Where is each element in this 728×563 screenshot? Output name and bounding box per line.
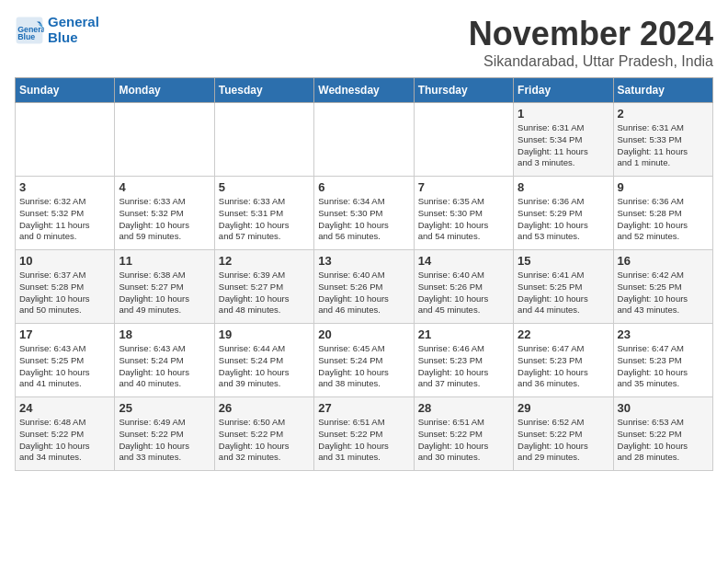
page-header: General Blue General Blue November 2024 … xyxy=(15,15,713,70)
day-info: Sunrise: 6:46 AM Sunset: 5:23 PM Dayligh… xyxy=(418,343,509,390)
day-info: Sunrise: 6:38 AM Sunset: 5:27 PM Dayligh… xyxy=(119,270,210,316)
calendar-cell-1-4: 7Sunrise: 6:35 AM Sunset: 5:30 PM Daylig… xyxy=(414,177,513,250)
day-number: 20 xyxy=(318,327,409,341)
day-info: Sunrise: 6:31 AM Sunset: 5:33 PM Dayligh… xyxy=(618,122,709,169)
calendar-cell-3-1: 18Sunrise: 6:43 AM Sunset: 5:24 PM Dayli… xyxy=(115,324,214,397)
month-title: November 2024 xyxy=(469,15,713,53)
day-info: Sunrise: 6:40 AM Sunset: 5:26 PM Dayligh… xyxy=(418,270,509,316)
day-info: Sunrise: 6:36 AM Sunset: 5:28 PM Dayligh… xyxy=(618,196,709,243)
calendar-cell-2-2: 12Sunrise: 6:39 AM Sunset: 5:27 PM Dayli… xyxy=(214,250,313,324)
calendar-cell-4-3: 27Sunrise: 6:51 AM Sunset: 5:22 PM Dayli… xyxy=(314,397,414,471)
calendar-row-0: 1Sunrise: 6:31 AM Sunset: 5:34 PM Daylig… xyxy=(16,103,713,177)
calendar-cell-2-0: 10Sunrise: 6:37 AM Sunset: 5:28 PM Dayli… xyxy=(16,250,115,324)
calendar-cell-4-6: 30Sunrise: 6:53 AM Sunset: 5:22 PM Dayli… xyxy=(613,397,712,471)
calendar-cell-3-0: 17Sunrise: 6:43 AM Sunset: 5:25 PM Dayli… xyxy=(16,324,115,397)
svg-text:Blue: Blue xyxy=(17,32,35,41)
header-saturday: Saturday xyxy=(613,78,712,103)
calendar-row-1: 3Sunrise: 6:32 AM Sunset: 5:32 PM Daylig… xyxy=(16,177,713,250)
day-info: Sunrise: 6:47 AM Sunset: 5:23 PM Dayligh… xyxy=(618,343,709,390)
calendar-cell-2-5: 15Sunrise: 6:41 AM Sunset: 5:25 PM Dayli… xyxy=(514,250,613,324)
day-info: Sunrise: 6:49 AM Sunset: 5:22 PM Dayligh… xyxy=(119,417,210,464)
header-wednesday: Wednesday xyxy=(314,78,414,103)
day-number: 5 xyxy=(219,180,310,194)
day-number: 6 xyxy=(318,180,409,194)
day-info: Sunrise: 6:43 AM Sunset: 5:24 PM Dayligh… xyxy=(119,343,210,390)
calendar-cell-0-3 xyxy=(314,103,414,177)
day-number: 15 xyxy=(518,254,609,268)
day-info: Sunrise: 6:51 AM Sunset: 5:22 PM Dayligh… xyxy=(318,417,409,464)
calendar-cell-0-1 xyxy=(115,103,214,177)
calendar-table: Sunday Monday Tuesday Wednesday Thursday… xyxy=(15,77,713,471)
day-number: 16 xyxy=(618,254,709,268)
calendar-row-3: 17Sunrise: 6:43 AM Sunset: 5:25 PM Dayli… xyxy=(16,324,713,397)
location-subtitle: Sikandarabad, Uttar Pradesh, India xyxy=(469,53,713,70)
calendar-cell-4-4: 28Sunrise: 6:51 AM Sunset: 5:22 PM Dayli… xyxy=(414,397,513,471)
day-info: Sunrise: 6:50 AM Sunset: 5:22 PM Dayligh… xyxy=(219,417,310,464)
day-number: 26 xyxy=(219,401,310,415)
calendar-cell-3-4: 21Sunrise: 6:46 AM Sunset: 5:23 PM Dayli… xyxy=(414,324,513,397)
day-info: Sunrise: 6:37 AM Sunset: 5:28 PM Dayligh… xyxy=(19,270,110,316)
calendar-cell-4-1: 25Sunrise: 6:49 AM Sunset: 5:22 PM Dayli… xyxy=(115,397,214,471)
day-number: 24 xyxy=(19,401,110,415)
calendar-cell-0-4 xyxy=(414,103,513,177)
day-number: 3 xyxy=(19,180,110,194)
day-number: 18 xyxy=(119,327,210,341)
day-number: 8 xyxy=(518,180,609,194)
day-number: 14 xyxy=(418,254,509,268)
calendar-cell-1-3: 6Sunrise: 6:34 AM Sunset: 5:30 PM Daylig… xyxy=(314,177,414,250)
logo: General Blue General Blue xyxy=(15,15,99,45)
calendar-cell-4-5: 29Sunrise: 6:52 AM Sunset: 5:22 PM Dayli… xyxy=(514,397,613,471)
header-monday: Monday xyxy=(115,78,214,103)
day-info: Sunrise: 6:47 AM Sunset: 5:23 PM Dayligh… xyxy=(518,343,609,390)
day-info: Sunrise: 6:43 AM Sunset: 5:25 PM Dayligh… xyxy=(19,343,110,390)
header-friday: Friday xyxy=(514,78,613,103)
day-number: 7 xyxy=(418,180,509,194)
day-number: 30 xyxy=(618,401,709,415)
calendar-cell-2-6: 16Sunrise: 6:42 AM Sunset: 5:25 PM Dayli… xyxy=(613,250,712,324)
day-number: 11 xyxy=(119,254,210,268)
title-block: November 2024 Sikandarabad, Uttar Prades… xyxy=(469,15,713,70)
day-info: Sunrise: 6:53 AM Sunset: 5:22 PM Dayligh… xyxy=(618,417,709,464)
day-number: 29 xyxy=(518,401,609,415)
day-info: Sunrise: 6:35 AM Sunset: 5:30 PM Dayligh… xyxy=(418,196,509,243)
day-number: 12 xyxy=(219,254,310,268)
calendar-row-4: 24Sunrise: 6:48 AM Sunset: 5:22 PM Dayli… xyxy=(16,397,713,471)
day-number: 10 xyxy=(19,254,110,268)
calendar-cell-1-6: 9Sunrise: 6:36 AM Sunset: 5:28 PM Daylig… xyxy=(613,177,712,250)
day-info: Sunrise: 6:33 AM Sunset: 5:31 PM Dayligh… xyxy=(219,196,310,243)
day-number: 27 xyxy=(318,401,409,415)
logo-text-general: General xyxy=(48,15,99,30)
calendar-body: 1Sunrise: 6:31 AM Sunset: 5:34 PM Daylig… xyxy=(16,103,713,471)
day-number: 4 xyxy=(119,180,210,194)
header-tuesday: Tuesday xyxy=(214,78,313,103)
day-info: Sunrise: 6:51 AM Sunset: 5:22 PM Dayligh… xyxy=(418,417,509,464)
calendar-cell-2-1: 11Sunrise: 6:38 AM Sunset: 5:27 PM Dayli… xyxy=(115,250,214,324)
day-number: 28 xyxy=(418,401,509,415)
day-info: Sunrise: 6:36 AM Sunset: 5:29 PM Dayligh… xyxy=(518,196,609,243)
calendar-cell-1-5: 8Sunrise: 6:36 AM Sunset: 5:29 PM Daylig… xyxy=(514,177,613,250)
day-info: Sunrise: 6:41 AM Sunset: 5:25 PM Dayligh… xyxy=(518,270,609,316)
logo-text-blue: Blue xyxy=(48,30,99,46)
calendar-cell-4-2: 26Sunrise: 6:50 AM Sunset: 5:22 PM Dayli… xyxy=(214,397,313,471)
day-number: 22 xyxy=(518,327,609,341)
day-number: 13 xyxy=(318,254,409,268)
day-number: 17 xyxy=(19,327,110,341)
day-info: Sunrise: 6:48 AM Sunset: 5:22 PM Dayligh… xyxy=(19,417,110,464)
calendar-cell-1-1: 4Sunrise: 6:33 AM Sunset: 5:32 PM Daylig… xyxy=(115,177,214,250)
calendar-cell-3-3: 20Sunrise: 6:45 AM Sunset: 5:24 PM Dayli… xyxy=(314,324,414,397)
day-info: Sunrise: 6:42 AM Sunset: 5:25 PM Dayligh… xyxy=(618,270,709,316)
day-number: 9 xyxy=(618,180,709,194)
calendar-cell-0-0 xyxy=(16,103,115,177)
day-info: Sunrise: 6:52 AM Sunset: 5:22 PM Dayligh… xyxy=(518,417,609,464)
logo-icon: General Blue xyxy=(15,16,44,45)
calendar-cell-2-4: 14Sunrise: 6:40 AM Sunset: 5:26 PM Dayli… xyxy=(414,250,513,324)
header-thursday: Thursday xyxy=(414,78,513,103)
calendar-cell-1-2: 5Sunrise: 6:33 AM Sunset: 5:31 PM Daylig… xyxy=(214,177,313,250)
calendar-cell-0-5: 1Sunrise: 6:31 AM Sunset: 5:34 PM Daylig… xyxy=(514,103,613,177)
day-number: 2 xyxy=(618,107,709,121)
calendar-cell-0-6: 2Sunrise: 6:31 AM Sunset: 5:33 PM Daylig… xyxy=(613,103,712,177)
calendar-cell-3-6: 23Sunrise: 6:47 AM Sunset: 5:23 PM Dayli… xyxy=(613,324,712,397)
day-number: 19 xyxy=(219,327,310,341)
day-number: 25 xyxy=(119,401,210,415)
day-info: Sunrise: 6:31 AM Sunset: 5:34 PM Dayligh… xyxy=(518,122,609,169)
